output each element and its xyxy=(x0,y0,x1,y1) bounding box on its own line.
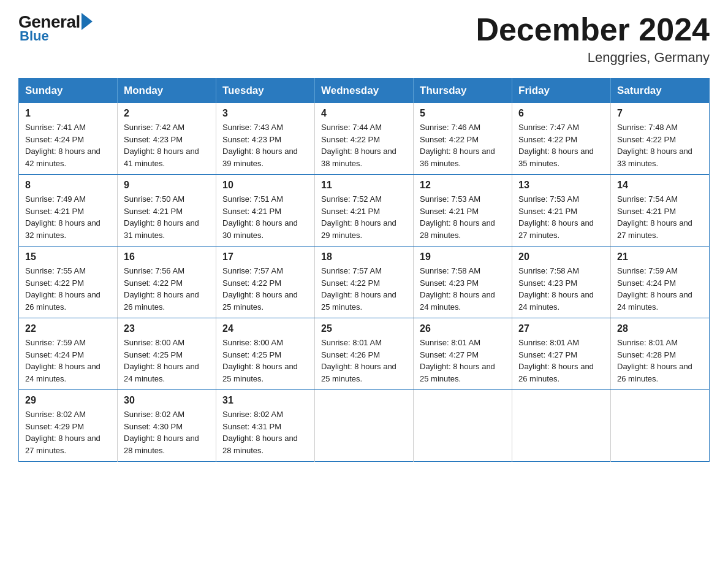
day-info: Sunrise: 7:53 AM Sunset: 4:21 PM Dayligh… xyxy=(518,193,604,241)
sunset-label: Sunset: 4:28 PM xyxy=(617,350,676,359)
calendar-cell: 5 Sunrise: 7:46 AM Sunset: 4:22 PM Dayli… xyxy=(414,103,512,175)
sunset-label: Sunset: 4:21 PM xyxy=(420,207,479,216)
day-number: 20 xyxy=(518,251,604,262)
sunset-label: Sunset: 4:23 PM xyxy=(222,135,281,144)
calendar-cell: 31 Sunrise: 8:02 AM Sunset: 4:31 PM Dayl… xyxy=(216,390,315,462)
day-info: Sunrise: 8:02 AM Sunset: 4:29 PM Dayligh… xyxy=(25,408,111,456)
day-info: Sunrise: 8:02 AM Sunset: 4:31 PM Dayligh… xyxy=(222,408,308,456)
sunrise-label: Sunrise: 8:01 AM xyxy=(617,338,678,347)
sunrise-label: Sunrise: 7:49 AM xyxy=(25,194,86,204)
day-info: Sunrise: 8:02 AM Sunset: 4:30 PM Dayligh… xyxy=(124,408,210,456)
day-info: Sunrise: 7:46 AM Sunset: 4:22 PM Dayligh… xyxy=(420,121,506,169)
day-number: 8 xyxy=(25,180,111,191)
sunset-label: Sunset: 4:21 PM xyxy=(124,207,183,216)
sunset-label: Sunset: 4:30 PM xyxy=(124,422,183,431)
day-info: Sunrise: 8:01 AM Sunset: 4:27 PM Dayligh… xyxy=(518,337,604,385)
day-number: 4 xyxy=(321,108,407,119)
day-info: Sunrise: 7:49 AM Sunset: 4:21 PM Dayligh… xyxy=(25,193,111,241)
daylight-label: Daylight: 8 hours and 35 minutes. xyxy=(518,147,594,168)
day-number: 25 xyxy=(321,323,407,334)
daylight-label: Daylight: 8 hours and 33 minutes. xyxy=(617,147,692,168)
day-number: 17 xyxy=(222,251,308,262)
day-number: 10 xyxy=(222,180,308,191)
day-number: 13 xyxy=(518,180,604,191)
day-number: 22 xyxy=(25,323,111,334)
calendar-week-row: 1 Sunrise: 7:41 AM Sunset: 4:24 PM Dayli… xyxy=(19,103,710,175)
calendar-cell: 19 Sunrise: 7:58 AM Sunset: 4:23 PM Dayl… xyxy=(414,247,512,318)
day-of-week-header: Friday xyxy=(512,79,611,104)
daylight-label: Daylight: 8 hours and 36 minutes. xyxy=(420,147,495,168)
sunset-label: Sunset: 4:23 PM xyxy=(420,278,479,288)
sunrise-label: Sunrise: 7:48 AM xyxy=(617,123,678,132)
day-of-week-header: Saturday xyxy=(611,79,710,104)
location-text: Lenggries, Germany xyxy=(476,50,710,66)
daylight-label: Daylight: 8 hours and 31 minutes. xyxy=(124,218,199,240)
sunset-label: Sunset: 4:23 PM xyxy=(124,135,183,144)
sunrise-label: Sunrise: 7:58 AM xyxy=(518,266,579,275)
sunrise-label: Sunrise: 8:02 AM xyxy=(222,410,283,419)
day-number: 21 xyxy=(617,251,703,262)
calendar-cell: 22 Sunrise: 7:59 AM Sunset: 4:24 PM Dayl… xyxy=(19,318,118,390)
calendar-week-row: 29 Sunrise: 8:02 AM Sunset: 4:29 PM Dayl… xyxy=(19,390,710,462)
daylight-label: Daylight: 8 hours and 38 minutes. xyxy=(321,147,396,168)
day-number: 7 xyxy=(617,108,703,119)
calendar-cell: 9 Sunrise: 7:50 AM Sunset: 4:21 PM Dayli… xyxy=(118,175,216,247)
day-info: Sunrise: 8:00 AM Sunset: 4:25 PM Dayligh… xyxy=(222,337,308,385)
logo-arrow-icon xyxy=(82,13,93,30)
calendar-cell xyxy=(611,390,710,462)
calendar-cell: 20 Sunrise: 7:58 AM Sunset: 4:23 PM Dayl… xyxy=(512,247,611,318)
daylight-label: Daylight: 8 hours and 32 minutes. xyxy=(25,218,100,240)
sunset-label: Sunset: 4:22 PM xyxy=(518,135,577,144)
day-number: 23 xyxy=(124,323,210,334)
daylight-label: Daylight: 8 hours and 24 minutes. xyxy=(25,362,100,383)
day-info: Sunrise: 7:52 AM Sunset: 4:21 PM Dayligh… xyxy=(321,193,407,241)
calendar-week-row: 15 Sunrise: 7:55 AM Sunset: 4:22 PM Dayl… xyxy=(19,247,710,318)
sunrise-label: Sunrise: 7:59 AM xyxy=(25,338,86,347)
day-info: Sunrise: 7:43 AM Sunset: 4:23 PM Dayligh… xyxy=(222,121,308,169)
daylight-label: Daylight: 8 hours and 24 minutes. xyxy=(124,362,199,383)
page-header: General Blue December 2024 Lenggries, Ge… xyxy=(18,12,710,66)
sunset-label: Sunset: 4:21 PM xyxy=(222,207,281,216)
sunrise-label: Sunrise: 7:52 AM xyxy=(321,194,382,204)
sunrise-label: Sunrise: 7:57 AM xyxy=(321,266,382,275)
calendar-cell: 7 Sunrise: 7:48 AM Sunset: 4:22 PM Dayli… xyxy=(611,103,710,175)
day-info: Sunrise: 7:44 AM Sunset: 4:22 PM Dayligh… xyxy=(321,121,407,169)
sunrise-label: Sunrise: 8:01 AM xyxy=(518,338,579,347)
daylight-label: Daylight: 8 hours and 25 minutes. xyxy=(222,290,298,312)
day-info: Sunrise: 7:59 AM Sunset: 4:24 PM Dayligh… xyxy=(25,337,111,385)
sunrise-label: Sunrise: 7:46 AM xyxy=(420,123,480,132)
sunset-label: Sunset: 4:21 PM xyxy=(25,207,84,216)
daylight-label: Daylight: 8 hours and 26 minutes. xyxy=(617,362,692,383)
day-info: Sunrise: 7:53 AM Sunset: 4:21 PM Dayligh… xyxy=(420,193,506,241)
day-number: 15 xyxy=(25,251,111,262)
sunset-label: Sunset: 4:21 PM xyxy=(321,207,380,216)
sunset-label: Sunset: 4:27 PM xyxy=(420,350,479,359)
sunrise-label: Sunrise: 7:50 AM xyxy=(124,194,184,204)
daylight-label: Daylight: 8 hours and 24 minutes. xyxy=(518,290,594,312)
day-info: Sunrise: 8:01 AM Sunset: 4:28 PM Dayligh… xyxy=(617,337,703,385)
daylight-label: Daylight: 8 hours and 27 minutes. xyxy=(518,218,594,240)
calendar-cell: 28 Sunrise: 8:01 AM Sunset: 4:28 PM Dayl… xyxy=(611,318,710,390)
day-info: Sunrise: 7:48 AM Sunset: 4:22 PM Dayligh… xyxy=(617,121,703,169)
sunrise-label: Sunrise: 7:44 AM xyxy=(321,123,382,132)
sunset-label: Sunset: 4:31 PM xyxy=(222,422,281,431)
header-row: SundayMondayTuesdayWednesdayThursdayFrid… xyxy=(19,79,710,104)
day-of-week-header: Tuesday xyxy=(216,79,315,104)
calendar-cell: 4 Sunrise: 7:44 AM Sunset: 4:22 PM Dayli… xyxy=(315,103,414,175)
calendar-cell: 30 Sunrise: 8:02 AM Sunset: 4:30 PM Dayl… xyxy=(118,390,216,462)
daylight-label: Daylight: 8 hours and 39 minutes. xyxy=(222,147,298,168)
calendar-cell: 23 Sunrise: 8:00 AM Sunset: 4:25 PM Dayl… xyxy=(118,318,216,390)
day-number: 27 xyxy=(518,323,604,334)
daylight-label: Daylight: 8 hours and 30 minutes. xyxy=(222,218,298,240)
sunrise-label: Sunrise: 7:53 AM xyxy=(420,194,480,204)
sunset-label: Sunset: 4:27 PM xyxy=(518,350,577,359)
day-info: Sunrise: 7:42 AM Sunset: 4:23 PM Dayligh… xyxy=(124,121,210,169)
sunset-label: Sunset: 4:22 PM xyxy=(124,278,183,288)
calendar-cell: 18 Sunrise: 7:57 AM Sunset: 4:22 PM Dayl… xyxy=(315,247,414,318)
day-of-week-header: Monday xyxy=(118,79,216,104)
daylight-label: Daylight: 8 hours and 27 minutes. xyxy=(617,218,692,240)
day-info: Sunrise: 7:58 AM Sunset: 4:23 PM Dayligh… xyxy=(420,265,506,313)
day-info: Sunrise: 7:41 AM Sunset: 4:24 PM Dayligh… xyxy=(25,121,111,169)
day-number: 18 xyxy=(321,251,407,262)
daylight-label: Daylight: 8 hours and 28 minutes. xyxy=(420,218,495,240)
